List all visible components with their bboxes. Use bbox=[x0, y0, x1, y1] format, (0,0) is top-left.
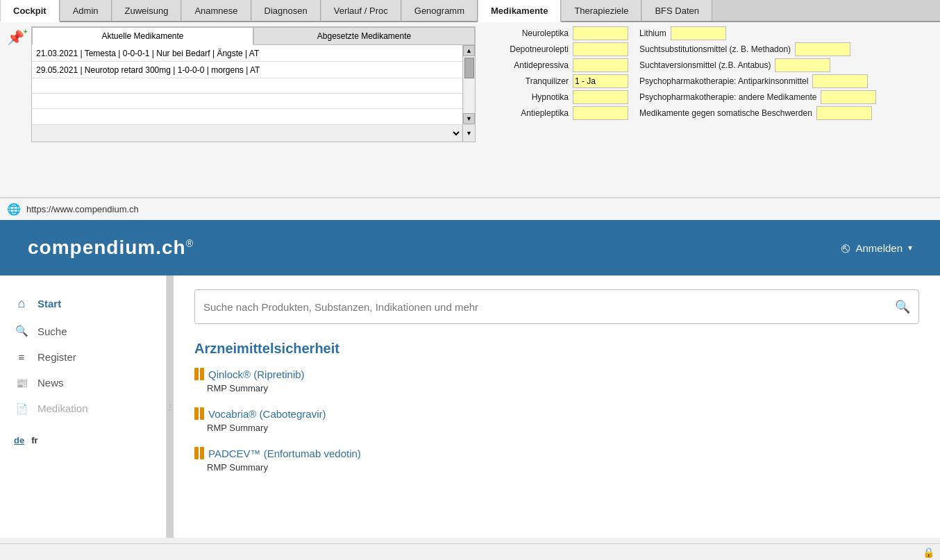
dropdown-arrow-icon: ▾ bbox=[908, 243, 912, 253]
news-bars-1 bbox=[194, 407, 204, 420]
tab-therapieziele[interactable]: Therapieziele bbox=[561, 0, 641, 21]
news-bar-icon bbox=[194, 368, 199, 380]
news-item-2: PADCEV™ (Enfortumab vedotin) RMP Summary bbox=[194, 447, 919, 473]
med-row[interactable] bbox=[32, 109, 462, 124]
pin-plus-icon: + bbox=[24, 27, 28, 35]
med-row[interactable]: 29.05.2021 | Neurotop retard 300mg | 1-0… bbox=[32, 62, 462, 78]
bottom-bar: 🔒 bbox=[0, 543, 940, 560]
cat-row-neuroleptika: Neuroleptika Lithium bbox=[482, 26, 933, 40]
sidebar-item-medikation[interactable]: 📄 Medikation bbox=[0, 396, 166, 421]
main-content: 🔍 Arzneimittelsicherheit Qinlock® (Ripre… bbox=[174, 275, 940, 538]
tab-verlauf[interactable]: Verlauf / Proc bbox=[321, 0, 401, 21]
news-title-0[interactable]: Qinlock® (Ripretinib) bbox=[194, 368, 919, 380]
tab-zuweisung[interactable]: Zuweisung bbox=[112, 0, 182, 21]
med-scrollbar[interactable]: ▲ ▼ bbox=[462, 45, 475, 124]
news-bar-icon bbox=[194, 407, 199, 420]
lang-fr[interactable]: fr bbox=[31, 435, 37, 446]
cat-input-sucht-sub[interactable] bbox=[795, 42, 850, 56]
med-tabs: Aktuelle Medikamente Abgesetzte Medikame… bbox=[32, 27, 475, 45]
url-bar: 🌐 https://www.compendium.ch bbox=[0, 198, 940, 220]
lock-icon: 🔒 bbox=[923, 547, 934, 558]
news-item-0: Qinlock® (Ripretinib) RMP Summary bbox=[194, 368, 919, 393]
tab-genogramm[interactable]: Genogramm bbox=[401, 0, 478, 21]
tab-aktuelle-medikamente[interactable]: Aktuelle Medikamente bbox=[32, 27, 253, 45]
anmelden-icon: ⎋ bbox=[841, 240, 850, 256]
tab-anamnese[interactable]: Anamnese bbox=[181, 0, 251, 21]
dropdown-btn[interactable]: ▼ bbox=[462, 125, 475, 142]
cat-input-sucht-av[interactable] bbox=[775, 58, 830, 72]
pin-icon-container: 📌 + bbox=[7, 29, 24, 46]
sidebar-item-start[interactable]: ⌂ Start bbox=[0, 289, 166, 318]
cat-input-hypno[interactable] bbox=[573, 90, 628, 104]
cat-input-depot[interactable] bbox=[573, 42, 628, 56]
news-item-1: Vocabria® (Cabotegravir) RMP Summary bbox=[194, 407, 919, 433]
news-subtitle-2: RMP Summary bbox=[194, 462, 919, 473]
news-bars-0 bbox=[194, 368, 204, 380]
scroll-up-btn[interactable]: ▲ bbox=[463, 45, 475, 56]
tab-medikamente[interactable]: Medikamente bbox=[478, 0, 561, 22]
sidebar-item-suche[interactable]: 🔍 Suche bbox=[0, 318, 166, 344]
med-row[interactable]: 21.03.2021 | Temesta | 0-0-0-1 | Nur bei… bbox=[32, 45, 462, 62]
compendium-header: compendium.ch® ⎋ Anmelden ▾ bbox=[0, 220, 940, 275]
news-bar-icon bbox=[200, 447, 204, 459]
sidebar-item-register[interactable]: ≡ Register bbox=[0, 344, 166, 370]
cat-input-somat[interactable] bbox=[816, 106, 872, 120]
sidebar-item-news[interactable]: 📰 News bbox=[0, 370, 166, 396]
med-content-wrap: 21.03.2021 | Temesta | 0-0-0-1 | Nur bei… bbox=[32, 45, 475, 124]
url-text: https://www.compendium.ch bbox=[26, 204, 139, 214]
medikamente-panel: Aktuelle Medikamente Abgesetzte Medikame… bbox=[31, 26, 476, 142]
drag-handle[interactable]: ⋮ bbox=[167, 275, 174, 538]
med-content: 21.03.2021 | Temesta | 0-0-0-1 | Nur bei… bbox=[32, 45, 462, 124]
scroll-thumb[interactable] bbox=[464, 58, 474, 78]
cat-input-tranq[interactable] bbox=[573, 74, 628, 88]
lang-switcher: de fr bbox=[0, 428, 166, 452]
news-subtitle-0: RMP Summary bbox=[194, 383, 919, 393]
med-dropdown-row: ▼ bbox=[32, 124, 475, 142]
news-bar-icon bbox=[194, 447, 199, 459]
search-submit-icon[interactable]: 🔍 bbox=[895, 299, 910, 314]
cat-row-antiepleptika: Antiepleptika Medikamente gegen somatisc… bbox=[482, 106, 933, 120]
news-icon: 📰 bbox=[14, 377, 29, 389]
cat-row-antidepressiva: Antidepressiva Suchtaversionsmittel (z.B… bbox=[482, 58, 933, 72]
cat-row-tranquilizer: Tranquilizer Psychopharmakotherapie: Ant… bbox=[482, 74, 933, 88]
home-icon: ⌂ bbox=[14, 296, 29, 311]
tab-bfs-daten[interactable]: BFS Daten bbox=[641, 0, 712, 21]
compendium-logo: compendium.ch® bbox=[28, 237, 194, 259]
lang-de[interactable]: de bbox=[14, 435, 24, 446]
cat-row-hypnotika: Hypnotika Psychopharmakotherapie: andere… bbox=[482, 90, 933, 104]
anmelden-button[interactable]: ⎋ Anmelden ▾ bbox=[841, 240, 912, 256]
med-row[interactable] bbox=[32, 94, 462, 109]
list-icon: ≡ bbox=[14, 351, 29, 363]
scroll-down-btn[interactable]: ▼ bbox=[463, 113, 475, 124]
search-icon: 🔍 bbox=[14, 325, 29, 337]
section-title: Arzneimittelsicherheit bbox=[194, 341, 919, 357]
cat-input-lithium[interactable] bbox=[671, 26, 726, 40]
compendium-body: ⌂ Start 🔍 Suche ≡ Register 📰 News 📄 Medi… bbox=[0, 275, 940, 538]
top-section: 📌 + Aktuelle Medikamente Abgesetzte Medi… bbox=[0, 22, 940, 198]
tab-diagnosen[interactable]: Diagnosen bbox=[251, 0, 321, 21]
news-title-1[interactable]: Vocabria® (Cabotegravir) bbox=[194, 407, 919, 420]
sidebar: ⌂ Start 🔍 Suche ≡ Register 📰 News 📄 Medi… bbox=[0, 275, 167, 538]
cat-input-anti-ep[interactable] bbox=[573, 106, 628, 120]
cat-input-neuroleptika[interactable] bbox=[573, 26, 628, 40]
pin-icon[interactable]: 📌 bbox=[7, 30, 24, 45]
search-bar: 🔍 bbox=[194, 289, 919, 324]
news-bar-icon bbox=[200, 407, 204, 420]
tab-abgesetzte-medikamente[interactable]: Abgesetzte Medikamente bbox=[253, 27, 475, 45]
search-input[interactable] bbox=[203, 301, 895, 313]
cat-input-antipark[interactable] bbox=[812, 74, 868, 88]
cat-input-antidep[interactable] bbox=[573, 58, 628, 72]
med-row[interactable] bbox=[32, 78, 462, 94]
cat-input-andere-med[interactable] bbox=[821, 90, 876, 104]
med-select[interactable] bbox=[32, 125, 462, 142]
news-title-2[interactable]: PADCEV™ (Enfortumab vedotin) bbox=[194, 447, 919, 459]
categories-panel: Neuroleptika Lithium Depotneurolepti Suc… bbox=[482, 26, 933, 122]
medikation-icon: 📄 bbox=[14, 403, 29, 414]
globe-icon: 🌐 bbox=[7, 203, 21, 216]
cat-row-depotneurolepti: Depotneurolepti Suchtsubstitutionsmittel… bbox=[482, 42, 933, 56]
tab-admin[interactable]: Admin bbox=[60, 0, 112, 21]
scroll-track bbox=[464, 56, 474, 113]
tab-cockpit[interactable]: Cockpit bbox=[0, 0, 60, 22]
tab-bar: Cockpit Admin Zuweisung Anamnese Diagnos… bbox=[0, 0, 940, 22]
news-bar-icon bbox=[200, 368, 204, 380]
